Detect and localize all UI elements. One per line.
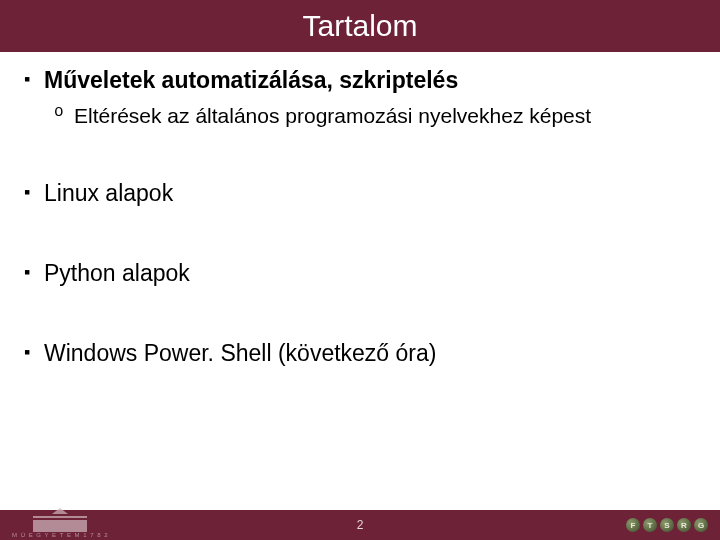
page-number: 2 [357,518,364,532]
spacer [20,135,700,179]
bullet-item: Windows Power. Shell (következő óra) [20,339,700,369]
title-bar: Tartalom [0,0,720,52]
badge-icon: T [643,518,657,532]
logo-left: M Ű E G Y E T E M 1 7 8 2 [12,512,109,538]
footer-bar: M Ű E G Y E T E M 1 7 8 2 2 F T S R G [0,510,720,540]
bullet-text: Műveletek automatizálása, szkriptelés [44,67,458,93]
badge-icon: G [694,518,708,532]
bullet-item: Linux alapok [20,179,700,209]
sub-bullet-item: Eltérések az általános programozási nyel… [20,102,700,129]
spacer [20,215,700,259]
logo-right: F T S R G [626,518,708,532]
content-area: Műveletek automatizálása, szkriptelés El… [0,52,720,540]
badge-icon: R [677,518,691,532]
badge-icon: F [626,518,640,532]
slide-title: Tartalom [302,9,417,43]
footer-left-text: M Ű E G Y E T E M 1 7 8 2 [12,532,109,538]
sub-bullet-text: Eltérések az általános programozási nyel… [74,104,591,127]
bullet-item: Python alapok [20,259,700,289]
bullet-text: Windows Power. Shell (következő óra) [44,340,436,366]
slide: Tartalom Műveletek automatizálása, szkri… [0,0,720,540]
bullet-text: Linux alapok [44,180,173,206]
spacer [20,295,700,339]
bullet-item: Műveletek automatizálása, szkriptelés [20,66,700,96]
badge-icon: S [660,518,674,532]
bullet-text: Python alapok [44,260,190,286]
building-icon [33,512,87,532]
